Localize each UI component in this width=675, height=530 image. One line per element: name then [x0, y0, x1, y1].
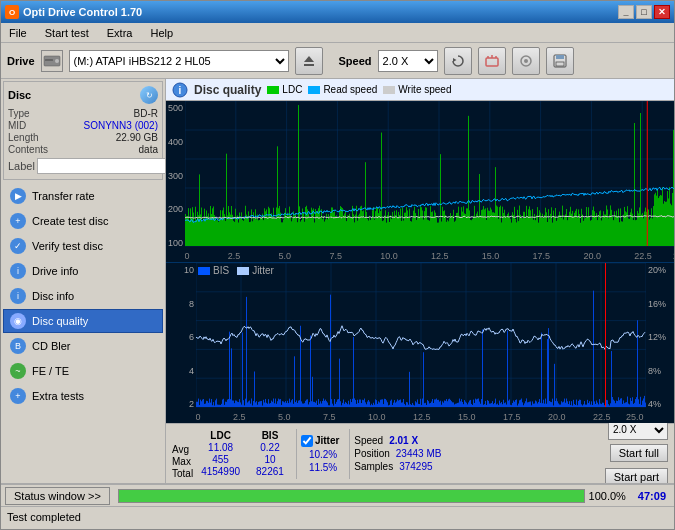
disc-quality-icon: ◉ — [10, 313, 26, 329]
sidebar-item-disc-quality[interactable]: ◉ Disc quality — [3, 309, 163, 333]
stats-ldc: LDC 11.08 455 4154990 — [193, 430, 248, 477]
svg-point-1 — [55, 59, 59, 63]
bis-color — [198, 267, 210, 275]
stats-controls: 2.0 X Start full Start part — [605, 420, 668, 484]
bottom-chart-canvas — [196, 263, 646, 423]
drive-icon — [41, 50, 63, 72]
bottom-yaxis-left: 10 8 6 4 2 — [166, 263, 196, 423]
main-content: Disc ↻ Type BD-R MID SONYNN3 (002) Lengt… — [1, 79, 674, 483]
app-title: Opti Drive Control 1.70 — [23, 6, 142, 18]
save-button[interactable] — [546, 47, 574, 75]
sidebar-label: Verify test disc — [32, 240, 103, 252]
read-speed-color — [308, 86, 320, 94]
top-chart-container: 500 400 300 200 100 8X 7X 6X 5X 4X — [166, 101, 674, 262]
cd-bler-icon: B — [10, 338, 26, 354]
svg-marker-3 — [304, 56, 314, 62]
drive-select[interactable]: (M:) ATAPI iHBS212 2 HL05 — [69, 50, 289, 72]
disc-contents-row: Contents data — [8, 144, 158, 155]
status-window-button[interactable]: Status window >> — [5, 487, 110, 505]
legend-read: Read speed — [308, 84, 377, 95]
fe-te-icon: ~ — [10, 363, 26, 379]
start-part-button[interactable]: Start part — [605, 468, 668, 484]
sidebar-item-fe-te[interactable]: ~ FE / TE — [3, 359, 163, 383]
sidebar-item-transfer-rate[interactable]: ▶ Transfer rate — [3, 184, 163, 208]
sidebar-item-drive-info[interactable]: i Drive info — [3, 259, 163, 283]
refresh-button[interactable] — [444, 47, 472, 75]
stats-divider2 — [349, 429, 350, 479]
disc-quality-header: i Disc quality LDC Read speed Write spee… — [166, 79, 674, 101]
status-bar: Status window >> 100.0% 47:09 Test compl… — [1, 483, 674, 529]
erase-button[interactable] — [478, 47, 506, 75]
legend-ldc: LDC — [267, 84, 302, 95]
speed-label: Speed — [339, 55, 372, 67]
disc-type-row: Type BD-R — [8, 108, 158, 119]
status-bottom-row: Test completed — [1, 507, 674, 527]
main-window: O Opti Drive Control 1.70 _ □ ✕ File Sta… — [0, 0, 675, 530]
stats-bis: BIS 0.22 10 82261 — [248, 430, 292, 477]
svg-marker-5 — [453, 58, 457, 62]
menu-help[interactable]: Help — [146, 25, 177, 41]
top-chart-canvas — [185, 101, 674, 262]
sidebar-label: Transfer rate — [32, 190, 95, 202]
sidebar-label: Drive info — [32, 265, 78, 277]
speed-select[interactable]: 2.0 X — [378, 50, 438, 72]
start-full-button[interactable]: Start full — [610, 444, 668, 462]
svg-rect-4 — [304, 64, 314, 66]
bottom-yaxis-right: 20% 16% 12% 8% 4% — [646, 263, 674, 423]
top-yaxis-left: 500 400 300 200 100 — [166, 101, 185, 262]
stats-bar: Avg Max Total LDC 11.08 455 4154990 BIS … — [166, 423, 674, 483]
sidebar-label: CD Bler — [32, 340, 71, 352]
sidebar-item-create-test-disc[interactable]: + Create test disc — [3, 209, 163, 233]
menu-file[interactable]: File — [5, 25, 31, 41]
stats-divider — [296, 429, 297, 479]
progress-bar — [118, 489, 585, 503]
stats-jitter: Jitter 10.2% 11.5% — [301, 435, 345, 473]
sidebar-item-extra-tests[interactable]: + Extra tests — [3, 384, 163, 408]
sidebar-item-verify-test-disc[interactable]: ✓ Verify test disc — [3, 234, 163, 258]
svg-point-11 — [524, 59, 528, 63]
sidebar-item-cd-bler[interactable]: B CD Bler — [3, 334, 163, 358]
right-panel: i Disc quality LDC Read speed Write spee… — [166, 79, 674, 483]
sidebar: Disc ↻ Type BD-R MID SONYNN3 (002) Lengt… — [1, 79, 166, 483]
maximize-button[interactable]: □ — [636, 5, 652, 19]
bottom-chart-container: 10 8 6 4 2 BIS — [166, 262, 674, 423]
disc-label: Disc — [8, 89, 31, 101]
menu-extra[interactable]: Extra — [103, 25, 137, 41]
disc-quality-title: Disc quality — [194, 83, 261, 97]
menu-bar: File Start test Extra Help — [1, 23, 674, 43]
sidebar-item-disc-info[interactable]: i Disc info — [3, 284, 163, 308]
status-time: 47:09 — [630, 490, 674, 502]
minimize-button[interactable]: _ — [618, 5, 634, 19]
sidebar-label: Create test disc — [32, 215, 108, 227]
status-progress-area: 100.0% — [114, 489, 630, 503]
disc-panel: Disc ↻ Type BD-R MID SONYNN3 (002) Lengt… — [3, 81, 163, 180]
title-bar: O Opti Drive Control 1.70 _ □ ✕ — [1, 1, 674, 23]
verify-disc-icon: ✓ — [10, 238, 26, 254]
charts-area: 500 400 300 200 100 8X 7X 6X 5X 4X — [166, 101, 674, 423]
sidebar-label: FE / TE — [32, 365, 69, 377]
stats-position: Speed 2.01 X Position 23443 MB Samples 3… — [354, 435, 441, 472]
disc-label-input[interactable] — [37, 158, 166, 174]
app-icon: O — [5, 5, 19, 19]
sidebar-label: Extra tests — [32, 390, 84, 402]
window-controls: _ □ ✕ — [618, 5, 670, 19]
svg-text:i: i — [179, 85, 182, 96]
bottom-chart-wrapper: BIS Jitter — [196, 263, 646, 423]
toolbar: Drive (M:) ATAPI iHBS212 2 HL05 Speed 2.… — [1, 43, 674, 79]
menu-start-test[interactable]: Start test — [41, 25, 93, 41]
eject-button[interactable] — [295, 47, 323, 75]
progress-text: 100.0% — [589, 490, 626, 502]
jitter-checkbox[interactable] — [301, 435, 313, 447]
disc-refresh-icon[interactable]: ↻ — [140, 86, 158, 104]
disc-label-row: Label ⚙ — [8, 157, 158, 175]
create-disc-icon: + — [10, 213, 26, 229]
svg-rect-6 — [486, 58, 498, 66]
sidebar-label: Disc info — [32, 290, 74, 302]
drive-label: Drive — [7, 55, 35, 67]
write-speed-color — [383, 86, 395, 94]
disc-quality-header-icon: i — [172, 82, 188, 98]
progress-bar-fill — [119, 490, 584, 502]
burn-button[interactable] — [512, 47, 540, 75]
close-button[interactable]: ✕ — [654, 5, 670, 19]
drive-info-icon: i — [10, 263, 26, 279]
